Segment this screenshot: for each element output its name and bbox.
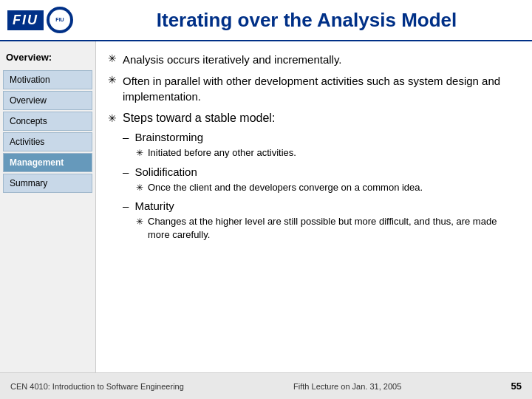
sub-bullet-text-s1: Once the client and the developers conve… [148,181,423,194]
sidebar-item-activities[interactable]: Activities [3,132,92,151]
sub-section-maturity: – Maturity ✳ Changes at the higher level… [123,200,519,241]
dash-solidification: – [123,166,129,178]
fiu-text-logo: FIU [7,10,44,30]
sub-header-maturity: – Maturity [123,200,519,212]
bullet-text-2: Often in parallel with other development… [123,73,519,104]
bullet-section-top: ✳ Analysis occurs iteratively and increm… [108,52,519,104]
header: FIU FIU Iterating over the Analysis Mode… [0,0,532,41]
bullet-row-1: ✳ Analysis occurs iteratively and increm… [108,52,519,67]
footer-page: 55 [511,381,522,392]
sidebar-label: Overview: [0,49,95,69]
bullet-icon-1: ✳ [108,52,117,64]
sub-bullet-solidification-1: ✳ Once the client and the developers con… [136,181,519,194]
sidebar-item-concepts[interactable]: Concepts [3,112,92,131]
dash-maturity: – [123,200,129,212]
page-title: Iterating over the Analysis Model [89,9,525,32]
bullet-row-2: ✳ Often in parallel with other developme… [108,73,519,104]
bullet-text-1: Analysis occurs iteratively and incremen… [123,52,342,67]
sidebar-item-motivation[interactable]: Motivation [3,70,92,89]
sidebar-item-management[interactable]: Management [3,153,92,172]
sub-bullet-icon-s1: ✳ [136,183,143,193]
content-area: Overview: Motivation Overview Concepts A… [0,41,532,372]
sidebar-item-overview[interactable]: Overview [3,91,92,110]
sub-header-label-solidification: Solidification [135,166,197,178]
sub-bullet-maturity-1: ✳ Changes at the higher level are still … [136,215,519,241]
fiu-logo: FIU FIU [7,4,89,35]
sub-header-brainstorming: – Brainstorming [123,131,519,143]
sub-bullet-icon-b1: ✳ [136,148,143,158]
sub-section-brainstorming: – Brainstorming ✳ Initiated before any o… [123,131,519,160]
footer: CEN 4010: Introduction to Software Engin… [0,372,532,399]
steps-header-text: Steps toward a stable model: [123,112,275,125]
sub-header-solidification: – Solidification [123,166,519,178]
sub-bullet-brainstorming-1: ✳ Initiated before any other activities. [136,146,519,160]
sub-section-solidification: – Solidification ✳ Once the client and t… [123,166,519,194]
main-content: ✳ Analysis occurs iteratively and increm… [96,41,532,372]
sub-bullet-text-b1: Initiated before any other activities. [148,146,296,160]
footer-left: CEN 4010: Introduction to Software Engin… [10,382,184,391]
dash-brainstorming: – [123,131,129,143]
sub-header-label-maturity: Maturity [135,200,174,212]
bullet-icon-2: ✳ [108,74,117,86]
fiu-seal: FIU [47,7,73,33]
steps-header-row: ✳ Steps toward a stable model: [108,112,519,125]
sub-bullet-text-m1: Changes at the higher level are still po… [148,215,519,241]
footer-right: Fifth Lecture on Jan. 31, 2005 [293,382,401,391]
fiu-seal-inner: FIU [50,10,70,30]
sidebar: Overview: Motivation Overview Concepts A… [0,41,96,372]
sidebar-item-summary[interactable]: Summary [3,174,92,193]
steps-section: ✳ Steps toward a stable model: – Brainst… [108,112,519,241]
sub-header-label-brainstorming: Brainstorming [135,131,204,143]
bullet-icon-steps: ✳ [108,112,117,124]
sub-bullet-icon-m1: ✳ [136,216,143,227]
